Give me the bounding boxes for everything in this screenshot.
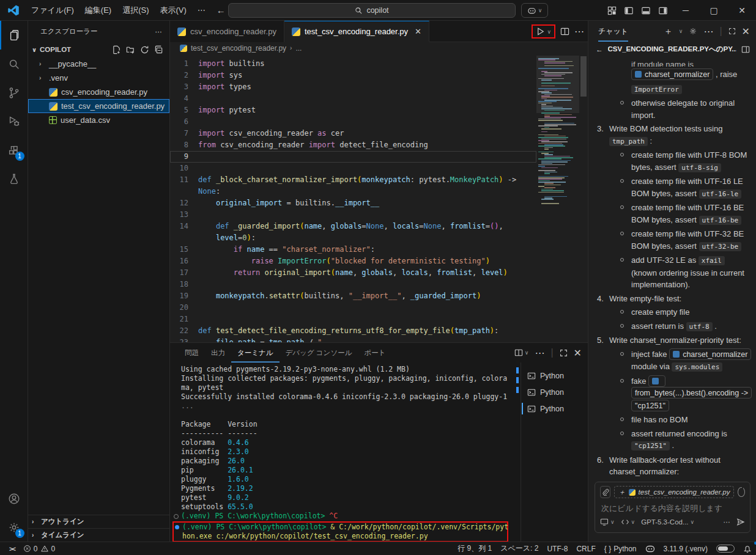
- menu-表示(V)[interactable]: 表示(V): [155, 3, 192, 18]
- context-file-chip[interactable]: ＋ test_csv_encoding_reader.py: [614, 486, 734, 498]
- menu-選択(S)[interactable]: 選択(S): [117, 3, 154, 18]
- sidebar-section-アウトライン[interactable]: ›アウトライン: [28, 515, 169, 528]
- remote-indicator[interactable]: ><: [5, 542, 19, 555]
- new-folder-button[interactable]: [126, 45, 135, 54]
- activity-extensions-button[interactable]: 1: [0, 136, 28, 164]
- code-line[interactable]: 13: [170, 209, 536, 221]
- panel-tab-デバッグ コンソール[interactable]: デバッグ コンソール: [280, 343, 358, 362]
- breadcrumb-file[interactable]: test_csv_encoding_reader.py: [191, 44, 286, 53]
- activity-testing-button[interactable]: [0, 164, 28, 193]
- chat-input-box[interactable]: ＋ test_csv_encoding_reader.py 次にビルドする内容を…: [595, 482, 750, 533]
- explorer-root-folder[interactable]: ∨ COPILOT: [28, 42, 169, 57]
- code-line[interactable]: 4: [170, 93, 536, 105]
- code-line[interactable]: 3import types: [170, 81, 536, 93]
- copilot-status-button[interactable]: [641, 542, 659, 555]
- explorer-item-test_csv_encoding_reader.py[interactable]: test_csv_encoding_reader.py: [28, 99, 169, 113]
- new-chat-button[interactable]: ＋: [664, 26, 673, 37]
- code-line[interactable]: 11def _block_charset_normalizer_import(m…: [170, 174, 536, 186]
- split-terminal-button[interactable]: ∨: [514, 348, 529, 357]
- tools-selector[interactable]: ∨: [621, 518, 636, 526]
- screencast-toggle[interactable]: [712, 542, 739, 555]
- code-line[interactable]: 6: [170, 116, 536, 128]
- explorer-more-button[interactable]: ⋯: [155, 28, 163, 36]
- send-button[interactable]: [736, 518, 745, 526]
- code-line[interactable]: 5import pytest: [170, 105, 536, 116]
- panel-tab-ポート[interactable]: ポート: [358, 343, 391, 362]
- terminal-instance-2[interactable]: Python: [521, 384, 588, 400]
- agent-mode-selector[interactable]: ∨: [600, 518, 615, 526]
- code-line[interactable]: 7import csv_encoding_reader as cer: [170, 128, 536, 139]
- code-line[interactable]: 20: [170, 302, 536, 314]
- settings-gear-button[interactable]: 1: [0, 513, 28, 542]
- code-line[interactable]: None:: [170, 186, 536, 197]
- input-more-actions-button[interactable]: ⋯: [724, 518, 731, 526]
- accounts-button[interactable]: [0, 484, 28, 513]
- sidebar-section-タイムライン[interactable]: ›タイムライン: [28, 528, 169, 542]
- toggle-secondary-sidebar-button[interactable]: [654, 2, 672, 18]
- code-line[interactable]: 1import builtins: [170, 58, 536, 70]
- explorer-item-csv_encoding_reader.py[interactable]: csv_encoding_reader.py: [28, 85, 169, 99]
- command-center-search[interactable]: copilot: [228, 3, 516, 18]
- run-python-file-button[interactable]: [536, 27, 545, 36]
- code-line[interactable]: 23 file_path = tmp_path / ": [170, 337, 536, 342]
- explorer-item-user_data.csv[interactable]: user_data.csv: [28, 113, 169, 127]
- code-line[interactable]: 9: [170, 151, 536, 163]
- breadcrumb-more[interactable]: ...: [295, 44, 302, 53]
- python-interpreter[interactable]: 3.11.9 (.venv): [659, 542, 712, 555]
- minimize-button[interactable]: ─: [672, 0, 700, 21]
- toggle-primary-sidebar-button[interactable]: [620, 2, 637, 18]
- code-line[interactable]: 15 if name == "charset_normalizer":: [170, 244, 536, 255]
- encoding[interactable]: UTF-8: [543, 542, 572, 555]
- code-line[interactable]: 22def test_detect_file_encoding_returns_…: [170, 325, 536, 337]
- attach-context-button[interactable]: [600, 486, 610, 498]
- customize-layout-button[interactable]: [603, 2, 620, 18]
- terminal-scrollbar[interactable]: [514, 362, 521, 542]
- editor-more-actions-button[interactable]: ⋯: [574, 26, 584, 37]
- usage-ring-icon[interactable]: [738, 487, 745, 497]
- code-line[interactable]: 21: [170, 314, 536, 325]
- explorer-item-.venv[interactable]: ›.venv: [28, 71, 169, 85]
- editor-tab-test_csv_encoding_reader.py[interactable]: test_csv_encoding_reader.py✕: [284, 21, 429, 42]
- model-selector[interactable]: GPT-5.3-Cod...∨: [641, 518, 694, 526]
- split-editor-button[interactable]: [560, 27, 569, 36]
- copilot-menu-button[interactable]: ∨: [521, 3, 548, 18]
- code-line[interactable]: 16 raise ImportError("blocked for determ…: [170, 255, 536, 267]
- code-line[interactable]: 10: [170, 163, 536, 174]
- refresh-button[interactable]: [140, 45, 149, 54]
- chat-input-placeholder[interactable]: 次にビルドする内容を説明します: [601, 503, 745, 514]
- terminal-output[interactable]: Using cached pygments-2.19.2-py3-none-an…: [170, 362, 514, 542]
- editor-tab-csv_encoding_reader.py[interactable]: csv_encoding_reader.py: [170, 21, 284, 42]
- chat-thread-title[interactable]: CSV_ENCODING_READER.PYへのPY...: [608, 45, 737, 54]
- new-file-button[interactable]: [112, 45, 121, 54]
- activity-explorer-button[interactable]: [0, 21, 28, 50]
- code-line[interactable]: 2import sys: [170, 70, 536, 81]
- breadcrumb[interactable]: test_csv_encoding_reader.py › ...: [170, 42, 588, 54]
- activity-search-button[interactable]: [0, 50, 28, 78]
- chat-more-actions-button[interactable]: ⋯: [703, 26, 713, 37]
- panel-more-actions-button[interactable]: ⋯: [535, 347, 544, 359]
- indentation[interactable]: スペース: 2: [496, 542, 543, 555]
- run-dropdown-chevron-icon[interactable]: ∨: [547, 29, 551, 35]
- activity-run-debug-button[interactable]: [0, 107, 28, 136]
- new-chat-dropdown-icon[interactable]: ∨: [679, 28, 683, 34]
- chat-tab[interactable]: チャット: [598, 21, 628, 42]
- panel-tab-ターミナル[interactable]: ターミナル: [231, 343, 280, 362]
- maximize-chat-button[interactable]: [728, 28, 736, 35]
- chat-settings-gear-button[interactable]: [689, 27, 697, 35]
- close-chat-button[interactable]: ✕: [742, 26, 750, 37]
- toggle-panel-button[interactable]: [637, 2, 654, 18]
- menu-ファイル(F)[interactable]: ファイル(F): [26, 3, 80, 18]
- code-line[interactable]: 17 return original_import(name, globals,…: [170, 267, 536, 279]
- code-line[interactable]: 12 original_import = builtins.__import__: [170, 197, 536, 209]
- menu-編集(E)[interactable]: 編集(E): [80, 3, 117, 18]
- panel-tab-出力[interactable]: 出力: [205, 343, 231, 362]
- panel-tab-問題[interactable]: 問題: [179, 343, 205, 362]
- minimap[interactable]: [536, 56, 579, 342]
- eol-sequence[interactable]: CRLF: [572, 542, 599, 555]
- chat-back-button[interactable]: ←: [596, 46, 603, 53]
- code-editor[interactable]: 1import builtins2import sys3import types…: [170, 54, 588, 342]
- problems-indicator[interactable]: 0 0: [19, 542, 59, 555]
- menubar-more-button[interactable]: ⋯: [192, 4, 211, 17]
- notifications-bell-button[interactable]: [739, 542, 756, 555]
- close-tab-icon[interactable]: ✕: [415, 27, 421, 36]
